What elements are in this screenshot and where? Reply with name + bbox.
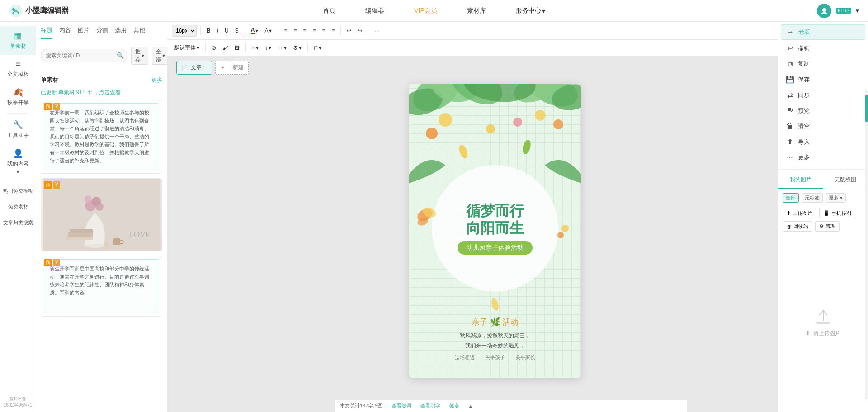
preview-btn[interactable]: 👁 预览	[781, 104, 865, 118]
nav-home[interactable]: 首页	[319, 5, 339, 17]
image-insert-button[interactable]: 🖼	[232, 44, 242, 52]
list-item[interactable]: 商 V 新生开学军训是中国高校和部分中学的传统活动，通常在开学之初进行。目的是通…	[41, 256, 162, 317]
nav-service[interactable]: 服务中心 ▾	[512, 5, 549, 17]
panel-tab-qita[interactable]: 其他	[133, 26, 145, 39]
panel-tab-xuanyong[interactable]: 选用	[115, 26, 127, 39]
old-version-btn[interactable]: → 老版	[781, 24, 865, 40]
panel-tab-neirong[interactable]: 内容	[59, 26, 71, 39]
filter-btns: 推荐 ▾ 全部 ▾ 已收藏	[127, 44, 167, 67]
sidebar-divider	[7, 113, 28, 114]
list-item[interactable]: 商 V	[41, 178, 162, 251]
strikethrough-button[interactable]: S	[233, 27, 241, 35]
right-divider	[778, 169, 868, 170]
nav-center: 首页 编辑器 VIP会员 素材库 服务中心 ▾	[108, 5, 760, 17]
clear-btn[interactable]: 🗑 清空	[781, 119, 865, 133]
undo-btn[interactable]: ↩ 撤销	[781, 41, 865, 56]
align-left-button[interactable]: ≡	[282, 27, 289, 35]
check-duplicate[interactable]: 查看别字	[420, 403, 440, 409]
font-color-button[interactable]: A ▾	[249, 26, 261, 35]
paint-button[interactable]: 🖌	[220, 44, 230, 52]
sidebar-item-mycontent[interactable]: 👤 我的内容 ▾	[0, 144, 36, 179]
justify-button[interactable]: ≡	[310, 27, 318, 35]
sidebar-item-freeasset[interactable]: 免费素材	[0, 199, 36, 215]
right-tab-nolic[interactable]: 无版权图	[823, 171, 868, 189]
sync-btn[interactable]: ⇄ 同步	[781, 88, 865, 103]
align-center-button[interactable]: ≡	[291, 27, 299, 35]
align-tb-button[interactable]: ≡▾	[250, 44, 261, 52]
italic-button[interactable]: I	[215, 27, 221, 35]
chevron-down-icon-tui: ▾	[142, 52, 144, 59]
doc-tab-1[interactable]: 📄 文章1	[176, 61, 212, 75]
underline-button[interactable]: U	[222, 27, 231, 35]
clear-icon: 🗑	[785, 122, 794, 130]
align-right-button[interactable]: ≡	[301, 27, 308, 35]
update-highlight[interactable]: 单素材 911 个	[58, 89, 92, 95]
status-bar: 本文总计137字,6图 查看敏词 查看别字 签名 ▲	[335, 399, 687, 412]
upload-img-btn[interactable]: ⬆ 上传图片	[783, 208, 816, 218]
filter-all[interactable]: 全部 ▾	[152, 47, 167, 65]
filter-more-btn[interactable]: 更多 ▾	[826, 193, 846, 203]
sign-link[interactable]: 签名	[449, 403, 459, 409]
manage-btn[interactable]: ⚙ 管理	[815, 221, 840, 232]
highlight-button[interactable]: A ▾	[262, 27, 274, 35]
canvas-footer-links: 这场相遇 · 关乎孩子 · 关乎家长	[418, 354, 572, 361]
search-input[interactable]	[41, 49, 127, 62]
right-scrollbar[interactable]	[865, 90, 868, 399]
avatar[interactable]	[817, 4, 831, 18]
sidebar-item-search[interactable]: 文章归类搜索	[0, 215, 36, 231]
font-size-select[interactable]: 16px 12px 14px 18px 20px 24px	[172, 25, 197, 37]
doc-tab-add[interactable]: ＋ + 新建	[215, 61, 249, 75]
more2-button[interactable]: ⚙▾	[291, 44, 304, 52]
sidebar-label-hotfree: 热门免费模板	[3, 188, 33, 194]
bold-button[interactable]: B	[204, 27, 213, 35]
save-btn[interactable]: 💾 保存	[781, 72, 865, 87]
copy-btn[interactable]: ⧉ 复制	[781, 57, 865, 71]
check-keywords[interactable]: 查看敏词	[392, 403, 411, 409]
section-more[interactable]: 更多	[151, 76, 162, 84]
filter-all-btn[interactable]: 全部	[783, 193, 799, 203]
mobile-transfer-btn[interactable]: 📱 手机传图	[819, 208, 855, 218]
svg-text:LOVE: LOVE	[129, 230, 151, 239]
spacing-button[interactable]: ↔▾	[275, 44, 289, 52]
redo-button[interactable]: ↪	[355, 27, 364, 35]
more-btn[interactable]: ··· 更多	[781, 150, 865, 165]
filter-tuijian[interactable]: 推荐 ▾	[131, 47, 148, 65]
corner-button[interactable]: ⊓▾	[311, 44, 324, 52]
filter-notag-btn[interactable]: 无标签	[802, 193, 823, 203]
erase-button[interactable]: ⊘	[209, 44, 218, 52]
sidebar-item-element[interactable]: ▦ 单素材	[0, 26, 36, 55]
badge-shang3: 商	[44, 259, 52, 266]
recycle-btn[interactable]: 🗑 回收站	[783, 221, 812, 232]
more-toolbar-button[interactable]: ···	[372, 27, 381, 35]
nav-editor[interactable]: 编辑器	[362, 5, 388, 17]
indent-more-button[interactable]: ≡	[320, 27, 327, 35]
nav-vip[interactable]: VIP会员	[410, 5, 441, 17]
sidebar-item-template[interactable]: ≡ 全文模板	[0, 55, 36, 83]
list-item[interactable]: 商 V 在开学前一周，我们组织了全校师生参与的校园大扫除活动，从教室到操场，从图…	[41, 100, 162, 174]
sidebar-item-tool[interactable]: 🔧 工具助手	[0, 115, 36, 144]
search-icon[interactable]: 🔍	[117, 52, 124, 59]
autumn-icon: 🍂	[13, 87, 23, 97]
undo-button[interactable]: ↩	[344, 27, 354, 35]
mycontent-icon: 👤	[13, 148, 23, 158]
indent-less-button[interactable]: ≡	[329, 27, 337, 35]
sidebar-item-autumn[interactable]: 🍂 秋季开学	[0, 83, 36, 111]
canvas-card[interactable]: 循梦而行 向阳而生 幼儿园亲子体验活动	[409, 84, 581, 378]
import-btn[interactable]: ⬆ 导入	[781, 134, 865, 149]
svg-rect-39	[816, 322, 830, 324]
new-label: + 新建	[228, 64, 244, 71]
panel-tab-fenge[interactable]: 分割	[96, 26, 108, 39]
panel-tab-tupian[interactable]: 图片	[78, 26, 90, 39]
nav-assets[interactable]: 素材库	[463, 5, 490, 17]
chevron-down-icon-c: ▾	[319, 45, 321, 51]
panel-tab-biaoti[interactable]: 标题	[41, 26, 52, 39]
sidebar-item-hotfree[interactable]: 热门免费模板	[0, 183, 36, 199]
save-icon: 💾	[785, 75, 794, 84]
right-tab-myimg[interactable]: 我的图片	[778, 171, 823, 189]
default-font-button[interactable]: 默认字体 ▾	[172, 43, 202, 52]
update-notice: 已更新 单素材 911 个 ，点击查看	[36, 87, 167, 100]
line-height-button[interactable]: ↕▾	[263, 44, 274, 52]
svg-point-31	[458, 143, 469, 160]
tb-divider5	[368, 26, 368, 35]
undo-icon: ↩	[785, 44, 794, 52]
